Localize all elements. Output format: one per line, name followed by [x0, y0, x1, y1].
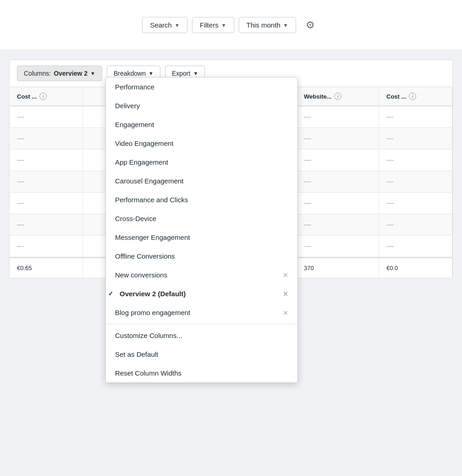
- dropdown-item-label: Offline Conversions: [115, 252, 175, 260]
- col-label-2: Website...: [304, 93, 331, 100]
- cell: —: [379, 128, 452, 149]
- cell: —: [10, 128, 83, 149]
- dropdown-item-label: Overview 2 (Default): [120, 290, 186, 298]
- dropdown-item-label: Performance and Clicks: [115, 196, 188, 204]
- dropdown-item-label: Cross-Device: [115, 215, 156, 222]
- dropdown-item-label: Reset Column Widths: [115, 369, 182, 377]
- columns-chevron-icon: ▼: [90, 71, 95, 76]
- dropdown-item-label: Blog promo engagement: [115, 309, 190, 316]
- columns-value: Overview 2: [54, 70, 88, 77]
- filters-button[interactable]: Filters ▼: [192, 17, 234, 33]
- cell: —: [379, 171, 452, 192]
- breakdown-chevron-icon: ▼: [148, 71, 154, 76]
- dropdown-item-customize-columns[interactable]: Customize Columns...: [106, 326, 297, 345]
- export-label: Export: [172, 70, 190, 77]
- dropdown-item-offline-conversions[interactable]: Offline Conversions: [106, 247, 297, 266]
- cell: —: [297, 193, 379, 214]
- dropdown-item-label: Messenger Engagement: [115, 233, 190, 241]
- dropdown-item-label: Carousel Engagement: [115, 177, 183, 185]
- toolbar: Search ▼ Filters ▼ This month ▼ ⚙: [0, 0, 462, 50]
- cell: —: [297, 149, 379, 171]
- dropdown-divider: [106, 324, 297, 324]
- dropdown-item-label: Video Engagement: [115, 139, 173, 147]
- footer-cell-3: €0.0: [379, 258, 452, 278]
- dropdown-item-performance-and-clicks[interactable]: Performance and Clicks: [106, 190, 297, 209]
- cell: —: [297, 236, 379, 257]
- dropdown-item-label: Performance: [115, 83, 154, 91]
- dropdown-item-engagement[interactable]: Engagement: [106, 115, 297, 134]
- remove-blog-promo-icon[interactable]: ✕: [283, 309, 288, 316]
- filters-chevron-icon: ▼: [221, 22, 226, 28]
- col-header-0: Cost ... i: [10, 87, 83, 105]
- dropdown-item-video-engagement[interactable]: Video Engagement: [106, 134, 297, 153]
- search-button[interactable]: Search ▼: [142, 17, 187, 33]
- dropdown-item-cross-device[interactable]: Cross-Device: [106, 209, 297, 228]
- dropdown-item-performance[interactable]: Performance: [106, 77, 297, 96]
- col-label-0: Cost ...: [17, 93, 37, 100]
- dropdown-item-label: App Engagement: [115, 158, 168, 166]
- col-info-icon-3[interactable]: i: [409, 93, 416, 100]
- dropdown-item-blog-promo[interactable]: Blog promo engagement ✕: [106, 303, 297, 322]
- col-label-3: Cost ...: [386, 93, 406, 100]
- col-info-icon-0[interactable]: i: [39, 93, 47, 100]
- dropdown-item-delivery[interactable]: Delivery: [106, 96, 297, 115]
- date-range-label: This month: [247, 21, 280, 29]
- col-header-2: Website... i: [297, 87, 379, 105]
- dropdown-item-messenger-engagement[interactable]: Messenger Engagement: [106, 228, 297, 247]
- breakdown-label: Breakdown: [114, 70, 146, 77]
- date-chevron-icon: ▼: [283, 22, 288, 28]
- cell: —: [10, 106, 83, 127]
- cell: —: [10, 214, 83, 235]
- filters-label: Filters: [200, 21, 219, 29]
- cell: —: [297, 214, 379, 235]
- dropdown-item-reset-column-widths[interactable]: Reset Column Widths: [106, 364, 297, 382]
- remove-overview-2-icon[interactable]: ✕: [283, 290, 288, 298]
- dropdown-item-label: Set as Default: [115, 350, 158, 358]
- columns-dropdown: Performance Delivery Engagement Video En…: [105, 77, 298, 383]
- dropdown-item-overview-2[interactable]: ✓ Overview 2 (Default) ✕: [106, 284, 297, 303]
- dropdown-item-label: New conversions: [115, 271, 167, 279]
- cell: —: [297, 106, 379, 127]
- cell: —: [379, 106, 452, 127]
- cell: —: [379, 193, 452, 214]
- columns-button[interactable]: Columns: Overview 2 ▼: [17, 66, 102, 81]
- cell: —: [379, 149, 452, 171]
- dropdown-item-label: Delivery: [115, 102, 140, 110]
- dropdown-item-label: Customize Columns...: [115, 332, 182, 339]
- remove-new-conversions-icon[interactable]: ✕: [283, 271, 288, 279]
- footer-cell-0: €0.65: [10, 258, 83, 278]
- cell: —: [10, 171, 83, 192]
- cell: —: [297, 128, 379, 149]
- cell: —: [10, 236, 83, 257]
- dropdown-item-carousel-engagement[interactable]: Carousel Engagement: [106, 172, 297, 190]
- dropdown-item-set-default[interactable]: Set as Default: [106, 345, 297, 364]
- col-info-icon-2[interactable]: i: [334, 93, 341, 100]
- cell: —: [379, 236, 452, 257]
- date-range-button[interactable]: This month ▼: [239, 17, 296, 33]
- col-header-3: Cost ... i: [379, 87, 452, 105]
- settings-button[interactable]: ⚙: [301, 16, 320, 35]
- gear-icon: ⚙: [306, 19, 315, 31]
- cell: —: [10, 149, 83, 171]
- cell: —: [297, 171, 379, 192]
- check-icon: ✓: [106, 290, 115, 297]
- export-chevron-icon: ▼: [193, 71, 198, 76]
- dropdown-item-label: Engagement: [115, 121, 154, 128]
- dropdown-item-app-engagement[interactable]: App Engagement: [106, 153, 297, 172]
- columns-prefix: Columns:: [24, 70, 51, 77]
- dropdown-item-new-conversions[interactable]: New conversions ✕: [106, 266, 297, 284]
- footer-cell-2: 370: [297, 258, 379, 278]
- main-content: Columns: Overview 2 ▼ Breakdown ▼ Export…: [0, 50, 462, 288]
- search-chevron-icon: ▼: [175, 22, 180, 28]
- search-label: Search: [150, 21, 172, 29]
- cell: —: [10, 193, 83, 214]
- cell: —: [379, 214, 452, 235]
